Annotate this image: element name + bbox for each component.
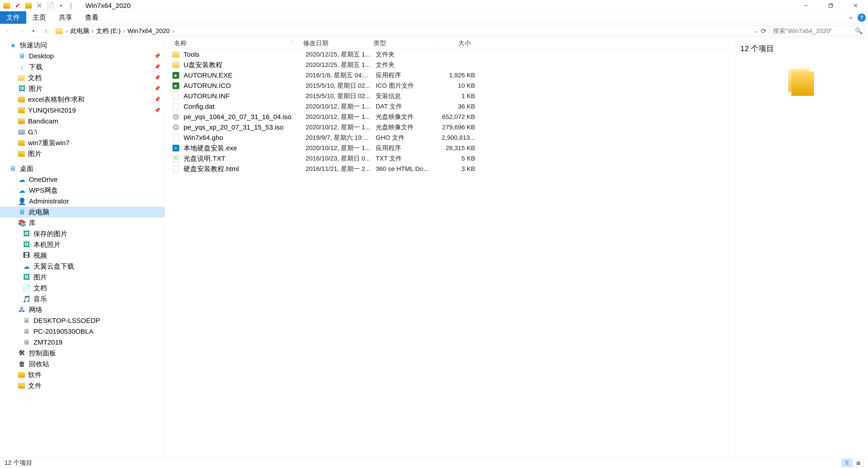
file-row[interactable]: 硬盘安装教程.html2016/11/21, 星期一 2...360 se HT… — [165, 164, 735, 174]
view-details-button[interactable]: ☰ — [842, 459, 852, 467]
file-rows[interactable]: Tools2020/12/25, 星期五 1...文件夹U盘安装教程2020/1… — [165, 49, 735, 457]
tree-item[interactable]: 🖥ZMT2019 — [0, 337, 165, 348]
tree-item[interactable]: excel表格制作求和📌 — [0, 94, 165, 105]
chevron-right-icon[interactable]: › — [91, 27, 95, 34]
view-icons-button[interactable]: ▦ — [853, 459, 864, 467]
column-name[interactable]: 名称 ˄ — [172, 39, 301, 48]
file-row[interactable]: ▶AUTORUN.EXE2016/1/8, 星期五 04:...应用程序1,92… — [165, 70, 735, 81]
tree-item[interactable]: 🖼本机照片 — [0, 239, 165, 250]
tree-item[interactable]: YUNQISHI2019📌 — [0, 105, 165, 116]
tree-item[interactable]: 🎵音乐 — [0, 293, 165, 304]
tree-item[interactable]: 🖥桌面 — [0, 163, 165, 174]
file-row[interactable]: 光盘说明.TXT2016/10/23, 星期日 0...TXT 文件5 KB — [165, 153, 735, 164]
tree-item[interactable]: win7重装win7 — [0, 137, 165, 148]
column-headers: 名称 ˄ 修改日期 类型 大小 — [165, 38, 735, 49]
breadcrumb-item[interactable]: 文档 (E:) — [95, 27, 122, 34]
tree-item[interactable]: 🖼保存的图片 — [0, 228, 165, 239]
file-row[interactable]: AUTORUN.INF2015/5/10, 星期日 02...安装信息1 KB — [165, 91, 735, 101]
breadcrumb-item[interactable]: 此电脑 — [69, 27, 91, 34]
nav-history-button[interactable]: ▾ — [28, 26, 39, 36]
file-row[interactable]: ▶AUTORUN.ICO2015/5/10, 星期日 02...ICO 图片文件… — [165, 81, 735, 91]
qat-close-icon[interactable]: ✕ — [35, 1, 44, 10]
tree-item[interactable]: 🖥PC-20190530OBLA — [0, 326, 165, 337]
qat-folder-icon[interactable] — [24, 1, 33, 10]
qat-dropdown-icon[interactable]: ▾ — [57, 1, 66, 10]
tree-item[interactable]: 🖥DESKTOP-LSSOEDP — [0, 315, 165, 326]
tree-item-label: 下载 — [29, 62, 42, 72]
close-button[interactable] — [843, 0, 868, 11]
help-button[interactable]: ? — [858, 13, 866, 22]
tree-item[interactable]: 图片 — [0, 148, 165, 159]
tree-item[interactable]: Bandicam — [0, 116, 165, 127]
refresh-button[interactable]: ⟳ — [761, 27, 767, 35]
tree-item[interactable]: 🗑回收站 — [0, 358, 165, 369]
tree-item-label: OneDrive — [29, 176, 58, 183]
tree-item[interactable]: 📚库 — [0, 218, 165, 228]
tree-item[interactable]: 📄文档 — [0, 283, 165, 293]
tab-0[interactable]: 主页 — [26, 11, 53, 24]
file-type: GHO 文件 — [376, 133, 437, 142]
tree-item-icon: 🖼 — [23, 274, 30, 281]
tree-item[interactable]: 🖼图片📌 — [0, 83, 165, 94]
column-size[interactable]: 大小 — [432, 39, 477, 48]
search-input[interactable]: 搜索"Win7x64_2020" 🔍 — [770, 26, 865, 36]
tab-1[interactable]: 共享 — [53, 11, 79, 24]
ribbon-expand-button[interactable] — [846, 13, 855, 22]
tree-item[interactable]: 🖧网络 — [0, 304, 165, 315]
window-controls — [794, 0, 868, 11]
qat-check-icon[interactable]: ✔ — [13, 1, 22, 10]
tree-item[interactable]: 🛠控制面板 — [0, 348, 165, 358]
minimize-button[interactable] — [794, 0, 818, 11]
file-row[interactable]: Config.dat2020/10/12, 星期一 1...DAT 文件36 K… — [165, 101, 735, 112]
tree-item[interactable]: ↓下载📌 — [0, 62, 165, 72]
tree-item[interactable]: 🖥Desktop📌 — [0, 51, 165, 62]
tree-item[interactable]: ★快速访问 — [0, 40, 165, 51]
chevron-right-icon[interactable]: › — [171, 27, 175, 34]
qat-props-icon[interactable]: 📄 — [46, 1, 55, 10]
tree-item-label: 本机照片 — [33, 240, 61, 249]
search-placeholder: 搜索"Win7x64_2020" — [773, 27, 855, 35]
search-icon[interactable]: 🔍 — [855, 27, 863, 35]
tree-item[interactable]: ☁OneDrive — [0, 174, 165, 185]
tree-item[interactable]: 软件 — [0, 369, 165, 380]
pin-icon: 📌 — [154, 107, 160, 113]
file-type: TXT 文件 — [376, 154, 437, 163]
navigation-tree[interactable]: ★快速访问🖥Desktop📌↓下载📌文档📌🖼图片📌excel表格制作求和📌YUN… — [0, 38, 165, 457]
breadcrumb[interactable]: › 此电脑›文档 (E:)›Win7x64_2020› ⌄ ⟳ — [53, 26, 769, 36]
file-row[interactable]: Win7x64.gho2019/9/7, 星期六 19:...GHO 文件2,9… — [165, 132, 735, 143]
file-size: 2,900,813... — [437, 134, 482, 141]
tree-item[interactable]: G:\ — [0, 127, 165, 137]
file-row[interactable]: pe_yqs_1064_20_07_31_16_04.iso2020/10/12… — [165, 112, 735, 122]
tree-item[interactable]: 🖼图片 — [0, 272, 165, 283]
column-type[interactable]: 类型 — [371, 39, 432, 48]
tree-item[interactable]: ☁WPS网盘 — [0, 185, 165, 196]
breadcrumb-dropdown-icon[interactable]: ⌄ — [754, 28, 758, 34]
nav-up-button[interactable]: ↑ — [41, 26, 52, 36]
ribbon: 文件 主页共享查看 ? — [0, 11, 868, 24]
tree-item[interactable]: 🎞视频 — [0, 250, 165, 261]
file-date: 2020/10/12, 星期一 1... — [306, 113, 376, 121]
tree-item[interactable]: 🖥此电脑 — [0, 207, 165, 218]
chevron-right-icon[interactable]: › — [65, 27, 69, 35]
tree-item-label: 音乐 — [33, 294, 47, 304]
title-separator: | — [70, 2, 72, 9]
tree-item[interactable]: 文档📌 — [0, 72, 165, 83]
file-row[interactable]: pe_yqs_xp_20_07_31_15_53.iso2020/10/12, … — [165, 122, 735, 132]
tab-file[interactable]: 文件 — [0, 11, 26, 24]
tree-item[interactable]: 文件 — [0, 380, 165, 391]
maximize-button[interactable] — [818, 0, 843, 11]
tree-item[interactable]: ☁天翼云盘下载 — [0, 261, 165, 272]
file-date: 2016/11/21, 星期一 2... — [306, 164, 376, 173]
nav-forward-button[interactable]: → — [16, 26, 26, 36]
tree-item[interactable]: 👤Administrator — [0, 196, 165, 207]
pin-icon: 📌 — [154, 86, 160, 92]
file-row[interactable]: Tools2020/12/25, 星期五 1...文件夹 — [165, 49, 735, 60]
file-row[interactable]: ⟳本地硬盘安装.exe2020/10/12, 星期一 1...应用程序28,31… — [165, 143, 735, 153]
nav-back-button[interactable]: ← — [3, 26, 13, 36]
breadcrumb-item[interactable]: Win7x64_2020 — [126, 27, 171, 34]
chevron-right-icon[interactable]: › — [122, 27, 126, 34]
file-row[interactable]: U盘安装教程2020/12/25, 星期五 1...文件夹 — [165, 60, 735, 70]
tab-2[interactable]: 查看 — [79, 11, 105, 24]
tree-item-icon: 🖥 — [23, 339, 30, 346]
column-date[interactable]: 修改日期 — [301, 39, 371, 48]
